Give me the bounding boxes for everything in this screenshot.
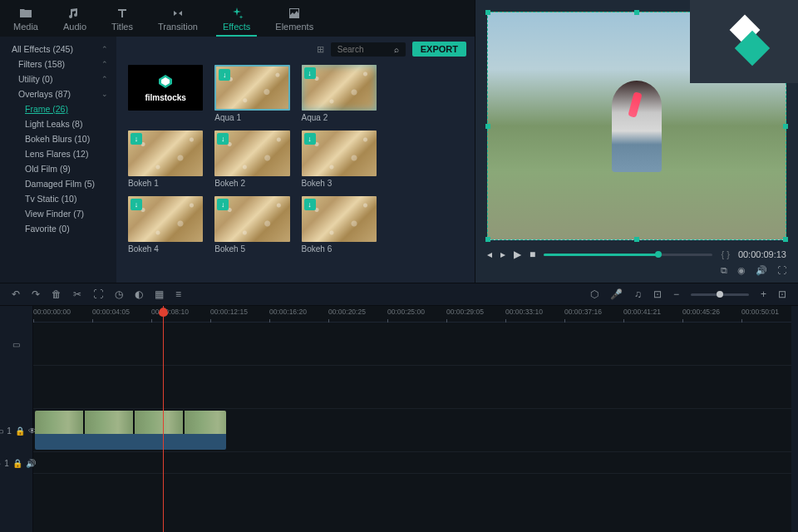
- resize-handle[interactable]: [783, 237, 788, 242]
- zoom-slider[interactable]: [691, 293, 749, 296]
- preview-timecode: 00:00:09:13: [738, 249, 786, 259]
- fullscreen-icon[interactable]: ⛶: [777, 265, 786, 276]
- effect-thumb[interactable]: ↓Bokeh 5: [214, 196, 289, 254]
- resize-handle[interactable]: [485, 237, 490, 242]
- zoom-out-button[interactable]: −: [673, 288, 679, 300]
- tab-elements[interactable]: Elements: [268, 3, 320, 37]
- marker-button[interactable]: ⬡: [590, 288, 598, 300]
- search-box[interactable]: ⌕: [331, 42, 406, 57]
- undo-button[interactable]: ↶: [12, 288, 20, 300]
- snapshot-icon[interactable]: ⧉: [721, 265, 727, 276]
- tab-titles[interactable]: Titles: [105, 3, 140, 37]
- tab-label: Audio: [63, 22, 86, 32]
- sidebar-item-label: Damaged Film (5): [25, 179, 95, 189]
- tab-effects[interactable]: Effects: [216, 3, 257, 37]
- resize-handle[interactable]: [485, 10, 490, 15]
- timeline-track[interactable]: [33, 323, 791, 366]
- sidebar-item[interactable]: Frame (26): [0, 101, 116, 116]
- effect-thumb[interactable]: ↓Bokeh 3: [302, 131, 377, 188]
- download-icon: ↓: [217, 199, 229, 210]
- sidebar-item-label: Light Leaks (8): [25, 119, 82, 129]
- effect-thumb[interactable]: ↓Bokeh 6: [302, 196, 377, 254]
- timeline-track[interactable]: [33, 366, 791, 409]
- redo-button[interactable]: ↷: [32, 288, 40, 300]
- effect-thumb[interactable]: filmstocks: [128, 65, 203, 122]
- download-icon: ↓: [217, 133, 229, 145]
- chevron-up-icon: ⌃: [101, 75, 108, 83]
- effect-thumb[interactable]: ↓Aqua 2: [302, 65, 377, 122]
- resize-handle[interactable]: [783, 124, 788, 129]
- tab-audio[interactable]: Audio: [57, 3, 93, 37]
- sidebar-item[interactable]: Favorite (0): [0, 221, 116, 236]
- greenscreen-button[interactable]: ▦: [155, 288, 164, 300]
- delete-button[interactable]: 🗑: [52, 288, 62, 300]
- text-icon: [116, 7, 129, 20]
- download-icon: ↓: [219, 69, 230, 81]
- effect-thumb: [388, 196, 463, 254]
- camera-icon[interactable]: ◉: [737, 265, 746, 276]
- split-button[interactable]: ✂: [73, 288, 81, 300]
- mixer-button[interactable]: ♫: [634, 288, 642, 300]
- audio-track-number: 1: [4, 459, 9, 468]
- resize-handle[interactable]: [485, 124, 490, 129]
- download-icon: ↓: [131, 199, 142, 210]
- sidebar-item[interactable]: Overlays (87)⌄: [0, 86, 116, 101]
- effect-thumb[interactable]: ↓Bokeh 4: [128, 196, 203, 254]
- next-frame-button[interactable]: ▸: [500, 249, 505, 260]
- thumb-icon[interactable]: ▭: [12, 340, 20, 349]
- export-button[interactable]: EXPORT: [412, 42, 466, 57]
- sidebar-item[interactable]: View Finder (7): [0, 206, 116, 221]
- effects-grid: filmstocks↓Aqua 1↓Aqua 2↓Bokeh 1↓Bokeh 2…: [116, 62, 475, 262]
- lock-icon[interactable]: 🔒: [12, 459, 22, 468]
- vertical-scrollbar[interactable]: [791, 306, 798, 532]
- audio-track[interactable]: [33, 452, 791, 474]
- video-clip[interactable]: [35, 411, 226, 450]
- resize-handle[interactable]: [634, 237, 639, 242]
- effect-thumb[interactable]: ↓Bokeh 1: [128, 131, 203, 188]
- prev-frame-button[interactable]: ◂: [487, 249, 492, 260]
- crop-button[interactable]: ⛶: [93, 288, 103, 300]
- stop-button[interactable]: ■: [530, 249, 535, 260]
- tab-transition[interactable]: Transition: [151, 3, 204, 37]
- tab-label: Elements: [275, 22, 313, 32]
- sidebar-item[interactable]: Utility (0)⌃: [0, 71, 116, 86]
- effect-thumb[interactable]: ↓Aqua 1: [214, 65, 289, 122]
- thumb-label: Bokeh 6: [302, 244, 377, 254]
- sidebar-item[interactable]: Lens Flares (12): [0, 146, 116, 161]
- sidebar-item[interactable]: Filters (158)⌃: [0, 57, 116, 71]
- zoom-in-button[interactable]: +: [761, 288, 766, 300]
- sidebar-item[interactable]: Bokeh Blurs (10): [0, 131, 116, 146]
- sidebar-item-label: Frame (26): [25, 104, 68, 114]
- playhead[interactable]: [163, 306, 164, 532]
- resize-handle[interactable]: [634, 10, 639, 15]
- zoom-fit-button[interactable]: ⊡: [778, 288, 786, 300]
- tab-label: Effects: [223, 22, 250, 32]
- ruler-tick: 00:00:41:21: [623, 308, 661, 316]
- color-button[interactable]: ◐: [135, 288, 143, 300]
- timeline-ruler[interactable]: 00:00:00:0000:00:04:0500:00:08:1000:00:1…: [33, 306, 791, 323]
- sidebar-item[interactable]: Light Leaks (8): [0, 116, 116, 131]
- speed-button[interactable]: ◷: [115, 288, 123, 300]
- sidebar-item-label: Old Film (9): [25, 164, 71, 174]
- adjust-button[interactable]: ≡: [175, 288, 181, 300]
- sidebar-item[interactable]: Tv Static (10): [0, 191, 116, 206]
- thumb-label: Aqua 2: [302, 113, 377, 122]
- tab-media[interactable]: Media: [7, 3, 45, 37]
- effect-thumb[interactable]: ↓Bokeh 2: [214, 131, 289, 188]
- sidebar-item[interactable]: All Effects (245)⌃: [0, 42, 116, 57]
- range-brackets[interactable]: { }: [721, 249, 729, 259]
- ruler-tick: 00:00:50:01: [741, 308, 779, 316]
- sidebar-item[interactable]: Old Film (9): [0, 161, 116, 176]
- search-input[interactable]: [337, 45, 394, 54]
- chevron-up-icon: ⌃: [101, 60, 108, 68]
- voiceover-button[interactable]: 🎤: [610, 288, 623, 300]
- sidebar-item[interactable]: Damaged Film (5): [0, 176, 116, 191]
- progress-bar[interactable]: [544, 254, 712, 256]
- chevron-up-icon: ⌃: [101, 45, 108, 53]
- volume-icon[interactable]: 🔊: [756, 265, 767, 276]
- lock-icon[interactable]: 🔒: [15, 426, 25, 436]
- video-track[interactable]: [33, 409, 791, 452]
- grid-view-icon[interactable]: ⊞: [317, 44, 324, 55]
- play-button[interactable]: ▶: [514, 249, 521, 260]
- render-button[interactable]: ⊡: [653, 288, 662, 300]
